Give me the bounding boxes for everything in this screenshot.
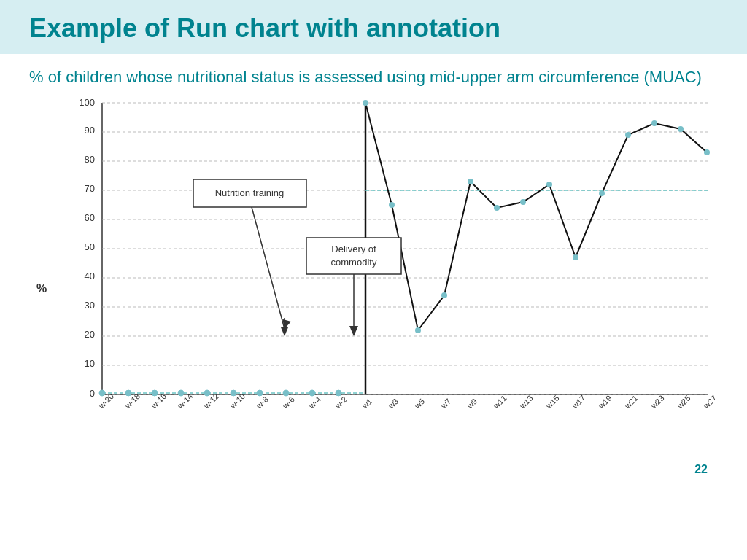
svg-marker-85 <box>349 326 358 336</box>
svg-text:Nutrition training: Nutrition training <box>215 187 285 198</box>
svg-point-68 <box>573 254 578 260</box>
header-bar: Example of Run chart with annotation <box>0 0 747 54</box>
svg-text:50: 50 <box>85 241 95 252</box>
svg-point-71 <box>651 120 657 126</box>
svg-text:w23: w23 <box>649 393 665 410</box>
svg-point-66 <box>520 199 526 205</box>
svg-text:30: 30 <box>85 300 95 311</box>
svg-point-70 <box>625 132 631 138</box>
svg-text:w7: w7 <box>438 397 452 411</box>
svg-point-61 <box>389 202 395 208</box>
svg-text:w-6: w-6 <box>280 394 296 411</box>
svg-point-52 <box>152 390 158 396</box>
svg-text:w17: w17 <box>570 393 587 410</box>
svg-point-60 <box>363 100 368 106</box>
y-axis-label: % <box>36 282 47 295</box>
svg-text:w13: w13 <box>517 393 534 410</box>
svg-line-77 <box>252 207 285 329</box>
svg-point-58 <box>309 390 315 396</box>
svg-marker-80 <box>281 327 288 336</box>
svg-text:20: 20 <box>85 329 95 340</box>
svg-point-63 <box>441 292 447 298</box>
svg-text:40: 40 <box>85 271 95 281</box>
svg-text:w25: w25 <box>675 393 692 410</box>
svg-point-62 <box>415 327 421 333</box>
svg-point-73 <box>704 149 710 155</box>
svg-text:w-2: w-2 <box>333 394 349 411</box>
svg-text:w9: w9 <box>465 397 479 411</box>
chart-area: % 0 10 20 30 40 50 <box>36 96 722 482</box>
run-chart: 0 10 20 30 40 50 60 70 80 <box>58 96 715 453</box>
svg-text:0: 0 <box>90 388 95 399</box>
svg-point-57 <box>283 390 289 396</box>
page-title: Example of Run chart with annotation <box>29 13 718 44</box>
svg-text:w21: w21 <box>622 393 639 410</box>
svg-text:w-8: w-8 <box>254 394 270 411</box>
svg-text:w5: w5 <box>412 397 426 411</box>
svg-point-56 <box>257 390 263 396</box>
svg-point-67 <box>546 182 552 187</box>
svg-point-64 <box>468 179 473 184</box>
svg-text:w3: w3 <box>386 397 400 411</box>
svg-point-53 <box>178 390 184 396</box>
svg-point-51 <box>125 390 131 396</box>
svg-text:w15: w15 <box>543 393 560 410</box>
svg-text:10: 10 <box>85 358 95 369</box>
svg-point-59 <box>336 390 341 396</box>
slide-body: % of children whose nutritional status i… <box>0 54 747 489</box>
svg-text:Delivery of: Delivery of <box>331 244 376 254</box>
svg-text:80: 80 <box>85 154 95 165</box>
svg-text:60: 60 <box>85 212 95 223</box>
svg-text:100: 100 <box>79 97 95 108</box>
svg-point-54 <box>204 390 210 396</box>
svg-text:commodity: commodity <box>331 257 377 268</box>
svg-point-69 <box>599 190 605 196</box>
svg-text:w-4: w-4 <box>306 394 322 411</box>
svg-text:w1: w1 <box>360 397 374 411</box>
page-number: 22 <box>694 463 708 476</box>
svg-text:w27: w27 <box>701 393 715 410</box>
svg-text:w19: w19 <box>596 393 613 410</box>
svg-point-72 <box>678 126 684 132</box>
svg-point-65 <box>494 205 500 211</box>
svg-text:w11: w11 <box>491 393 508 410</box>
svg-text:70: 70 <box>85 183 95 194</box>
subtitle: % of children whose nutritional status i… <box>29 67 718 88</box>
svg-point-55 <box>231 390 236 396</box>
svg-point-50 <box>99 390 105 396</box>
svg-text:90: 90 <box>85 125 95 136</box>
